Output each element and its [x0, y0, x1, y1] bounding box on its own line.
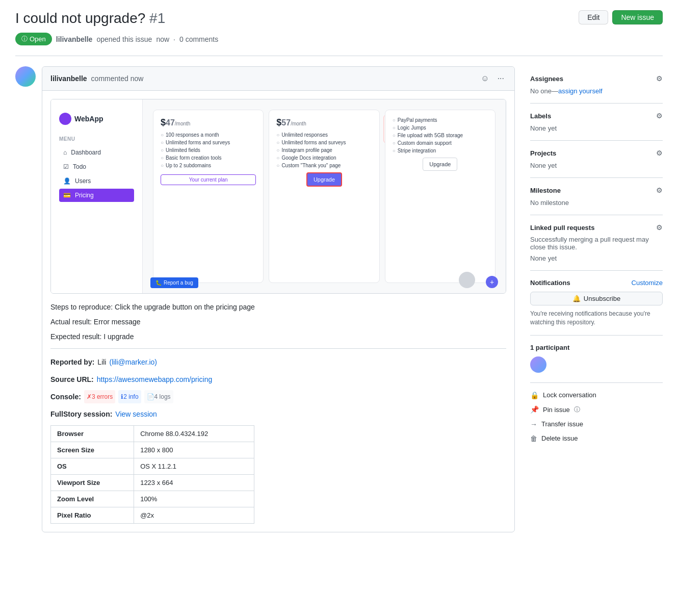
console-errors-badge: ✗3 errors [84, 390, 115, 403]
participants-section: 1 participant [530, 335, 663, 382]
reported-by-name: Lili [97, 355, 106, 369]
notifications-title: Notifications [530, 279, 570, 287]
table-cell-value: @2x [134, 507, 254, 524]
bell-icon: 🔔 [572, 295, 581, 302]
feature-3-5: Stripe integration [393, 148, 488, 153]
projects-header: Projects ⚙ [530, 149, 663, 157]
table-cell-value: 1223 x 664 [134, 475, 254, 491]
comment-wrapper: lilivanbelle commented now ☺ ··· [15, 66, 515, 541]
sidebar-actions: 🔒 Lock conversation 📌 Pin issue ⓘ → Tran… [530, 382, 663, 451]
new-issue-button[interactable]: New issue [612, 10, 663, 24]
header-divider [15, 56, 663, 56]
pricing-card-3: PayPal payments Logic Jumps File upload … [385, 110, 496, 283]
report-bug-button[interactable]: 🐛 Report a bug [150, 277, 198, 288]
status-badge: ⓘ Open [15, 33, 52, 45]
source-url-label: Source URL: [50, 372, 94, 387]
projects-title: Projects [530, 149, 556, 157]
linked-prs-title: Linked pull requests [530, 224, 594, 232]
lock-icon: 🔒 [530, 391, 539, 399]
webapp-pricing-area: $47/month 100 responses a month Unlimite… [153, 110, 496, 283]
main-layout: lilivanbelle commented now ☺ ··· [15, 66, 663, 541]
feature-2-3: Instagram profile page [276, 147, 372, 153]
view-session-link[interactable]: View session [115, 407, 157, 421]
current-plan-button[interactable]: Your current plan [161, 174, 256, 185]
reported-by-email[interactable]: (lili@marker.io) [109, 355, 157, 369]
source-url-link[interactable]: https://awesomewebapp.com/pricing [97, 372, 212, 387]
emoji-button[interactable]: ☺ [479, 73, 491, 84]
webapp-nav-dashboard: ⌂ Dashboard [59, 146, 134, 159]
reported-by-label: Reported by: [50, 355, 94, 369]
todo-icon: ☑ [63, 163, 69, 170]
delete-issue-action[interactable]: 🗑 Delete issue [530, 434, 663, 443]
pin-issue-action[interactable]: 📌 Pin issue ⓘ [530, 405, 663, 414]
expected-text: Expected result: I upgrade [50, 331, 506, 342]
feature-1-5: Up to 2 subdomains [161, 163, 256, 168]
lock-conversation-action[interactable]: 🔒 Lock conversation [530, 391, 663, 399]
participants-title: 1 participant [530, 344, 663, 351]
issue-separator: · [173, 35, 175, 43]
webapp-plus-button[interactable]: + [486, 276, 498, 288]
projects-section: Projects ⚙ None yet [530, 141, 663, 178]
feature-1-1: 100 responses a month [161, 132, 256, 138]
edit-button[interactable]: Edit [579, 10, 608, 24]
feature-3-3: File upload with 5GB storage [393, 133, 488, 138]
pin-icon: 📌 [530, 405, 539, 414]
table-cell-value: OS X 11.2.1 [134, 458, 254, 475]
webapp-logo-text: WebApp [74, 115, 103, 123]
feature-1-2: Unlimited forms and surveys [161, 140, 256, 145]
webapp-nav-users: 👤 Users [59, 174, 134, 188]
feature-2-1: Unlimited responses [276, 132, 372, 138]
feature-3-1: PayPal payments [393, 117, 488, 123]
labels-gear[interactable]: ⚙ [656, 112, 663, 120]
comment-divider [50, 348, 506, 349]
transfer-issue-label: Transfer issue [541, 420, 583, 428]
pricing-icon: 💳 [63, 192, 71, 199]
feature-2-5: Custom "Thank you" page [276, 163, 372, 168]
upgrade-button-plan2[interactable]: Upgrade [306, 172, 342, 187]
projects-value: None yet [530, 162, 557, 169]
assignees-header: Assignees ⚙ [530, 74, 663, 83]
console-label: Console: [50, 390, 81, 404]
feature-3-2: Logic Jumps [393, 125, 488, 131]
table-cell-label: OS [51, 458, 134, 475]
fullstory-label: FullStory session: [50, 407, 112, 421]
source-url-row: Source URL: https://awesomewebapp.com/pr… [50, 372, 506, 387]
issue-action: opened this issue [96, 35, 152, 43]
table-row: Zoom Level100% [51, 491, 254, 507]
assign-yourself-link[interactable]: assign yourself [558, 87, 603, 95]
feature-3-4: Custom domain support [393, 140, 488, 146]
comment-metadata: Reported by: Lili (lili@marker.io) Sourc… [50, 355, 506, 421]
table-cell-value: Chrome 88.0.4324.192 [134, 426, 254, 442]
assignees-value: No one—assign yourself [530, 87, 603, 95]
pin-info-icon: ⓘ [574, 405, 580, 414]
milestone-gear[interactable]: ⚙ [656, 186, 663, 194]
pricing-card-2: $57/month Unlimited responses Unlimited … [269, 110, 379, 283]
console-info-badge: ℹ2 info [118, 390, 141, 403]
webapp-sidebar: WebApp MENU ⌂ Dashboard ☑ Todo [51, 99, 143, 293]
webapp-user-avatar [459, 272, 475, 288]
status-label: Open [30, 35, 46, 43]
milestone-section: Milestone ⚙ No milestone [530, 178, 663, 215]
table-row: BrowserChrome 88.0.4324.192 [51, 426, 254, 442]
table-row: Pixel Ratio@2x [51, 507, 254, 524]
assignees-gear[interactable]: ⚙ [656, 74, 663, 83]
upgrade-button-plan3[interactable]: Upgrade [423, 158, 457, 171]
table-cell-label: Viewport Size [51, 475, 134, 491]
table-cell-label: Browser [51, 426, 134, 442]
delete-issue-label: Delete issue [541, 434, 578, 442]
more-options-button[interactable]: ··· [496, 73, 506, 84]
projects-gear[interactable]: ⚙ [656, 149, 663, 157]
unsubscribe-label: Unsubscribe [584, 295, 620, 302]
header-actions: Edit New issue [579, 10, 663, 24]
notifications-section: Notifications Customize 🔔 Unsubscribe Yo… [530, 271, 663, 335]
webapp-mockup: WebApp MENU ⌂ Dashboard ☑ Todo [51, 99, 506, 293]
issue-time: now [156, 35, 169, 43]
unsubscribe-button[interactable]: 🔔 Unsubscribe [530, 292, 663, 305]
issue-number: #1 [149, 10, 165, 26]
comment-author: lilivanbelle [50, 74, 87, 83]
issue-title: I could not upgrade? #1 [15, 10, 165, 27]
customize-link[interactable]: Customize [632, 279, 663, 287]
linked-prs-gear[interactable]: ⚙ [656, 223, 663, 232]
feature-1-4: Basic form creation tools [161, 155, 256, 161]
transfer-issue-action[interactable]: → Transfer issue [530, 420, 663, 428]
